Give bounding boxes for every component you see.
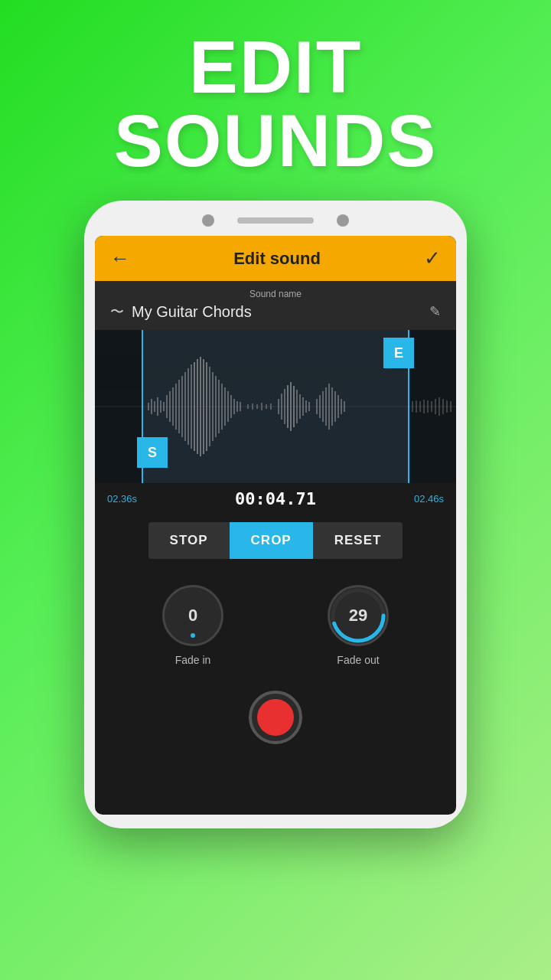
fade-in-label: Fade in [175, 654, 211, 666]
sound-name-text: My Guitar Chords [132, 303, 252, 321]
stop-button[interactable]: STOP [148, 522, 230, 559]
back-button[interactable]: ← [110, 247, 130, 270]
app-bar: ← Edit sound ✓ [95, 236, 456, 281]
sound-name-section: Sound name 〜 My Guitar Chords ✎ [95, 281, 456, 330]
fade-section: 0 Fade in 29 [95, 567, 456, 678]
phone-device: ← Edit sound ✓ Sound name 〜 My Guitar Ch… [84, 201, 467, 828]
fade-out-knob[interactable]: 29 [328, 585, 389, 646]
end-time-marker: 02.46s [414, 493, 444, 505]
record-section [95, 678, 456, 763]
hero-line2: SOUNDS [114, 104, 438, 178]
phone-top-bar [95, 214, 456, 227]
reset-button[interactable]: RESET [313, 522, 403, 559]
fade-out-knob-bg: 29 [328, 585, 389, 646]
fade-in-dot [191, 633, 195, 638]
start-time-marker: 02.36s [107, 493, 137, 505]
app-bar-title: Edit sound [233, 249, 321, 269]
edit-name-icon[interactable]: ✎ [429, 303, 441, 320]
fade-in-value: 0 [188, 606, 197, 626]
confirm-button[interactable]: ✓ [424, 247, 441, 270]
current-time-display: 00:04.71 [235, 489, 316, 508]
fade-out-control: 29 Fade out [328, 585, 389, 666]
speaker-bar [237, 217, 314, 224]
crop-end-handle[interactable]: E [383, 338, 414, 368]
waveform-area[interactable]: S E [95, 330, 456, 483]
control-buttons-row: STOP CROP RESET [95, 514, 456, 567]
hero-line1: EDIT [114, 31, 438, 104]
sound-name-label: Sound name [110, 289, 441, 299]
record-button[interactable] [249, 691, 302, 744]
phone-screen: ← Edit sound ✓ Sound name 〜 My Guitar Ch… [95, 236, 456, 815]
fade-out-label: Fade out [337, 654, 379, 666]
camera-dot-right [337, 214, 349, 227]
fade-out-value: 29 [349, 606, 367, 626]
camera-dot-left [202, 214, 214, 227]
hero-title: EDIT SOUNDS [114, 31, 438, 178]
waveform-indicator-icon: 〜 [110, 302, 124, 321]
sound-name-left: 〜 My Guitar Chords [110, 302, 252, 321]
fade-in-knob[interactable]: 0 [162, 585, 223, 646]
time-row: 02.36s 00:04.71 02.46s [95, 483, 456, 514]
fade-in-knob-bg: 0 [162, 585, 223, 646]
fade-in-control: 0 Fade in [162, 585, 223, 666]
crop-start-handle[interactable]: S [137, 437, 168, 468]
sound-name-row: 〜 My Guitar Chords ✎ [110, 302, 441, 321]
record-button-inner [257, 699, 294, 736]
crop-button[interactable]: CROP [230, 522, 313, 559]
